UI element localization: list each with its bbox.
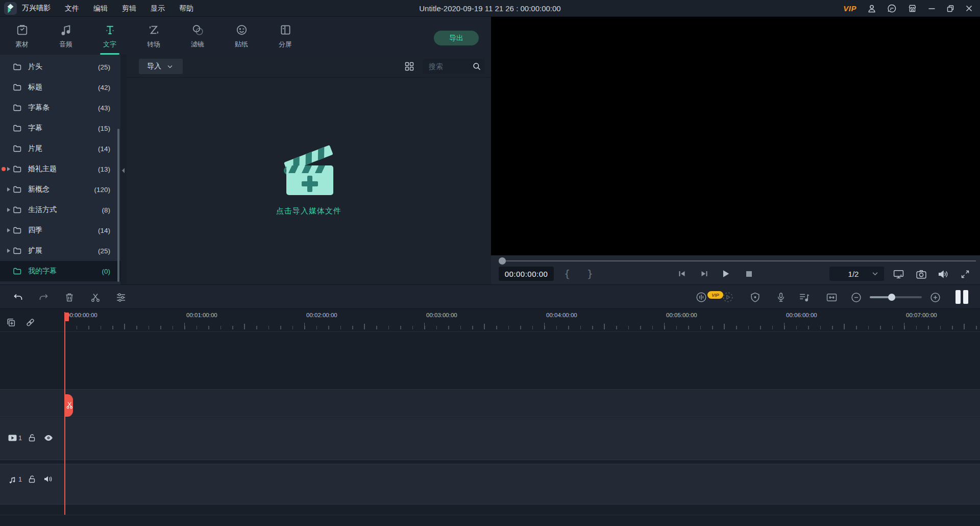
fullscreen-icon[interactable]: [960, 269, 971, 280]
search-input[interactable]: [429, 59, 470, 74]
restore-icon[interactable]: [946, 5, 954, 13]
ruler-label: 00:02:00:00: [306, 312, 337, 318]
seekbar-handle[interactable]: [499, 257, 506, 265]
sidebar-item-expansion[interactable]: 扩展 (25): [0, 241, 120, 261]
expand-arrow-icon[interactable]: [7, 249, 10, 253]
grid-view-icon[interactable]: [405, 62, 414, 71]
expand-arrow-icon[interactable]: [7, 208, 10, 212]
screen-record-icon[interactable]: [722, 292, 733, 303]
timeline-zoom-slider[interactable]: [870, 296, 922, 298]
playhead-split-handle[interactable]: [65, 394, 73, 417]
minimize-icon[interactable]: [928, 5, 936, 12]
sidebar-scrollbar[interactable]: [117, 129, 119, 282]
lock-icon[interactable]: [28, 434, 36, 442]
folder-icon: [13, 268, 21, 275]
eye-icon[interactable]: [44, 435, 53, 441]
mark-out-button[interactable]: }: [584, 267, 596, 281]
tab-text[interactable]: 文字: [88, 17, 132, 55]
menu-help[interactable]: 帮助: [172, 0, 201, 17]
timeline-drop-lane[interactable]: [0, 389, 980, 417]
sidebar-item-count: (14): [98, 227, 110, 234]
playhead-flag[interactable]: [65, 313, 69, 321]
mark-in-button[interactable]: {: [561, 267, 573, 281]
tab-splitscreen[interactable]: 分屏: [263, 17, 307, 55]
sidebar-item-wedding[interactable]: 婚礼主题 (13): [0, 159, 120, 179]
sidebar-item-titles[interactable]: 标题 (42): [0, 77, 120, 98]
zoom-slider-knob[interactable]: [888, 294, 895, 301]
volume-icon[interactable]: [938, 269, 949, 280]
next-frame-icon[interactable]: [699, 267, 709, 281]
app-name: 万兴喵影: [22, 4, 51, 13]
chevron-down-icon: [872, 272, 878, 276]
video-viewport[interactable]: [491, 17, 980, 255]
stop-icon[interactable]: [744, 267, 754, 281]
play-icon[interactable]: [721, 267, 731, 281]
preview-pane: 00:00:00:00 { } 1/2: [491, 17, 980, 284]
sidebar-item-end-credits[interactable]: 片尾 (14): [0, 138, 120, 159]
tab-media[interactable]: 素材: [0, 17, 44, 55]
menu-clip[interactable]: 剪辑: [115, 0, 143, 17]
prev-frame-icon[interactable]: [677, 267, 687, 281]
sidebar-item-lower-thirds[interactable]: 字幕条 (43): [0, 98, 120, 118]
import-button[interactable]: 导入: [139, 59, 183, 74]
export-button[interactable]: 导出: [434, 31, 479, 45]
timecode-display: 00:00:00:00: [499, 267, 554, 281]
sidebar-item-my-subtitles[interactable]: 我的字幕 (0): [0, 261, 120, 281]
delete-icon[interactable]: [64, 292, 75, 303]
snapshot-icon[interactable]: [916, 269, 927, 280]
audio-tab-icon: [60, 23, 72, 36]
edit-toolbar: VIP: [0, 284, 980, 309]
close-icon[interactable]: [965, 5, 973, 12]
fit-timeline-icon[interactable]: [826, 292, 837, 303]
zoom-in-icon[interactable]: [929, 292, 941, 303]
tab-transition[interactable]: 转场: [132, 17, 176, 55]
tab-filter[interactable]: 滤镜: [176, 17, 219, 55]
monitor-icon[interactable]: [893, 269, 904, 280]
audio-meter-icon[interactable]: [696, 292, 707, 303]
timeline-ruler[interactable]: 00:00:00:00 00:01:00:00 00:02:00:00 00:0…: [0, 309, 980, 332]
audio-track-icon: [9, 476, 16, 484]
tab-audio[interactable]: 音频: [44, 17, 88, 55]
preview-quality-dropdown[interactable]: 1/2: [829, 267, 884, 281]
sidebar-item-seasons[interactable]: 四季 (14): [0, 220, 120, 241]
undo-icon[interactable]: [12, 292, 23, 303]
sidebar-item-lifestyle[interactable]: 生活方式 (8): [0, 200, 120, 220]
menu-edit[interactable]: 编辑: [86, 0, 115, 17]
app-logo-icon: [4, 2, 17, 15]
shield-icon[interactable]: [749, 292, 761, 303]
expand-arrow-icon[interactable]: [7, 187, 10, 192]
new-badge-dot: [2, 167, 6, 171]
expand-arrow-icon[interactable]: [7, 228, 10, 232]
split-scissors-icon[interactable]: [90, 292, 101, 303]
feedback-icon[interactable]: [887, 4, 897, 13]
adjust-icon[interactable]: [115, 292, 127, 303]
sidebar-item-subtitles[interactable]: 字幕 (15): [0, 118, 120, 138]
zoom-out-icon[interactable]: [850, 292, 862, 303]
panel-layout-icon[interactable]: [955, 290, 968, 304]
filter-tab-icon: [191, 23, 204, 36]
user-icon[interactable]: [867, 4, 876, 13]
speaker-icon[interactable]: [44, 475, 52, 483]
menu-view[interactable]: 显示: [143, 0, 172, 17]
import-media-dropzone[interactable]: 点击导入媒体文件: [127, 142, 491, 216]
menu-file[interactable]: 文件: [58, 0, 86, 17]
collapse-sidebar-icon[interactable]: [122, 168, 125, 173]
preview-seekbar[interactable]: [505, 260, 976, 261]
tab-sticker[interactable]: 贴纸: [219, 17, 263, 55]
tabbar: 素材 音频 文字: [0, 17, 491, 55]
expand-arrow-icon[interactable]: [7, 167, 10, 171]
sidebar-item-new-concept[interactable]: 新概念 (120): [0, 179, 120, 200]
lock-icon[interactable]: [28, 475, 36, 483]
sidebar-item-label: 字幕条: [28, 103, 50, 112]
sidebar-item-intro[interactable]: 片头 (25): [0, 57, 120, 77]
audio-track-lane[interactable]: [0, 464, 980, 505]
video-track-lane[interactable]: [0, 418, 980, 460]
mic-icon[interactable]: [775, 292, 787, 303]
media-panel-header: 导入: [127, 55, 491, 78]
sidebar-item-count: (0): [102, 268, 111, 275]
audio-list-icon[interactable]: [799, 292, 810, 303]
vip-label[interactable]: VIP: [843, 4, 856, 13]
store-icon[interactable]: [908, 4, 917, 13]
search-icon[interactable]: [473, 62, 481, 70]
redo-icon[interactable]: [38, 292, 50, 303]
